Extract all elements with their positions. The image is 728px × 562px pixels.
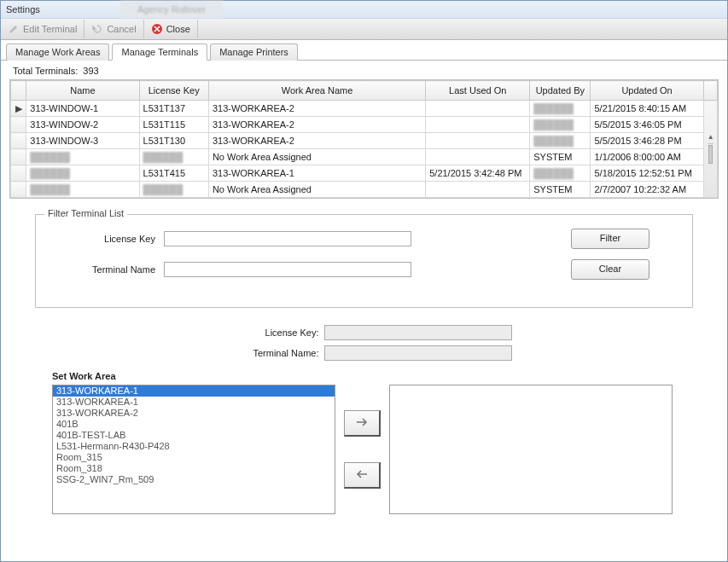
row-indicator	[11, 182, 26, 198]
col-lastused[interactable]: Last Used On	[426, 81, 530, 101]
filter-license-input[interactable]	[164, 231, 411, 246]
cell-name: ██████	[26, 149, 139, 165]
list-item[interactable]: 313-WORKAREA-1	[53, 385, 335, 397]
terminals-grid[interactable]: Name License Key Work Area Name Last Use…	[9, 79, 719, 199]
cell-updatedon: 1/1/2006 8:00:00 AM	[591, 149, 703, 165]
filter-button[interactable]: Filter	[571, 229, 649, 249]
col-license[interactable]: License Key	[139, 81, 208, 101]
cell-license: L531T415	[139, 165, 208, 182]
tab-manage-terminals[interactable]: Manage Terminals	[112, 43, 207, 61]
cell-workarea: 313-WORKAREA-2	[208, 133, 425, 149]
cell-name: 313-WINDOW-2	[26, 117, 139, 133]
close-label: Close	[166, 24, 190, 34]
table-row[interactable]: ████████████No Work Area AssignedSYSTEM2…	[11, 182, 718, 198]
background-tab: Agency Rollover	[120, 1, 223, 18]
grid-header-row: Name License Key Work Area Name Last Use…	[11, 81, 718, 101]
pencil-icon	[8, 23, 20, 35]
set-work-area-label: Set Work Area	[52, 371, 719, 381]
tab-manage-printers[interactable]: Manage Printers	[210, 43, 298, 61]
filter-terminal-input[interactable]	[164, 262, 411, 277]
cancel-label: Cancel	[107, 24, 136, 34]
tab-strip: Manage Work Areas Manage Terminals Manag…	[1, 43, 727, 61]
table-row[interactable]: ██████L531T415313-WORKAREA-15/21/2015 3:…	[11, 165, 718, 182]
list-item[interactable]: Room_315	[53, 452, 335, 463]
cell-updatedby: SYSTEM	[530, 149, 591, 165]
filter-terminal-label: Terminal Name	[53, 264, 155, 275]
row-indicator	[11, 165, 26, 182]
cell-license: ██████	[139, 182, 208, 198]
list-item[interactable]: 313-WORKAREA-2	[53, 408, 335, 419]
cell-workarea: 313-WORKAREA-2	[208, 117, 425, 133]
table-row[interactable]: 313-WINDOW-2L531T115313-WORKAREA-2██████…	[11, 117, 718, 133]
row-indicator	[11, 149, 26, 165]
total-count: 393	[83, 66, 98, 76]
cell-name: 313-WINDOW-3	[26, 133, 139, 149]
col-workarea[interactable]: Work Area Name	[208, 81, 425, 101]
close-button[interactable]: Close	[144, 20, 198, 38]
undo-icon	[91, 23, 103, 35]
detail-terminal-value	[324, 345, 512, 361]
total-terminals-line: Total Terminals: 393	[9, 64, 719, 78]
window-title: Settings	[6, 4, 40, 14]
list-item[interactable]: 401B	[53, 419, 335, 430]
detail-terminal-label: Terminal Name:	[217, 348, 319, 358]
table-row[interactable]: ████████████No Work Area AssignedSYSTEM1…	[11, 149, 718, 165]
col-updatedby[interactable]: Updated By	[530, 81, 591, 101]
cell-workarea: No Work Area Assigned	[208, 149, 425, 165]
list-item[interactable]: 313-WORKAREA-1	[53, 397, 335, 408]
dual-list: 313-WORKAREA-1313-WORKAREA-1313-WORKAREA…	[9, 385, 719, 514]
toolbar: Edit Terminal Cancel Close	[1, 19, 727, 40]
cell-lastused	[426, 149, 530, 165]
tab-manage-work-areas[interactable]: Manage Work Areas	[6, 43, 109, 61]
cell-lastused: 5/21/2015 3:42:48 PM	[426, 165, 530, 182]
cell-lastused	[426, 117, 530, 133]
cell-license: L531T137	[139, 101, 208, 117]
cell-updatedby: ██████	[530, 117, 591, 133]
arrow-left-icon	[355, 469, 369, 481]
clear-button[interactable]: Clear	[571, 259, 649, 280]
cell-updatedon: 2/7/2007 10:22:32 AM	[591, 182, 703, 198]
filter-license-label: License Key	[53, 234, 155, 244]
cell-workarea: 313-WORKAREA-1	[208, 165, 425, 182]
total-prefix: Total Terminals:	[13, 66, 78, 76]
detail-block: License Key: Terminal Name:	[9, 325, 719, 361]
cell-license: L531T115	[139, 117, 208, 133]
window-title-bar: Settings Agency Rollover	[1, 1, 727, 19]
settings-window: Settings Agency Rollover Edit Terminal C…	[0, 0, 728, 562]
col-name[interactable]: Name	[26, 81, 139, 101]
cell-license: ██████	[139, 149, 208, 165]
list-item[interactable]: SSG-2_WIN7_Rm_509	[53, 474, 335, 485]
cell-lastused	[426, 182, 530, 198]
vertical-scrollbar[interactable]: ▲	[703, 101, 717, 198]
close-icon	[151, 23, 163, 35]
cancel-button[interactable]: Cancel	[84, 20, 143, 38]
available-work-areas-list[interactable]: 313-WORKAREA-1313-WORKAREA-1313-WORKAREA…	[52, 385, 335, 514]
table-row[interactable]: 313-WINDOW-3L531T130313-WORKAREA-2██████…	[11, 133, 718, 149]
assign-left-button[interactable]	[344, 462, 381, 489]
list-item[interactable]: L531-Hermann-R430-P428	[53, 441, 335, 452]
table-row[interactable]: ▶313-WINDOW-1L531T137313-WORKAREA-2█████…	[11, 101, 718, 117]
arrow-right-icon	[355, 417, 369, 429]
cell-name: ██████	[26, 165, 139, 182]
arrow-column	[344, 410, 381, 489]
scroll-header	[703, 81, 717, 101]
cell-updatedby: ██████	[530, 133, 591, 149]
assign-right-button[interactable]	[344, 410, 381, 437]
col-updatedon[interactable]: Updated On	[591, 81, 703, 101]
cell-updatedby: ██████	[530, 101, 591, 117]
cell-license: L531T130	[139, 133, 208, 149]
edit-terminal-button[interactable]: Edit Terminal	[1, 20, 84, 38]
list-item[interactable]: Room_318	[53, 463, 335, 474]
cell-name: ██████	[26, 182, 139, 198]
cell-updatedon: 5/21/2015 8:40:15 AM	[591, 101, 703, 117]
filter-legend: Filter Terminal List	[44, 208, 127, 218]
row-indicator	[11, 133, 26, 149]
list-item[interactable]: 401B-TEST-LAB	[53, 430, 335, 441]
edit-terminal-label: Edit Terminal	[23, 24, 77, 34]
cell-updatedon: 5/5/2015 3:46:28 PM	[591, 133, 703, 149]
grid-corner	[11, 81, 26, 101]
assigned-work-areas-list[interactable]	[389, 385, 673, 514]
detail-license-label: License Key:	[217, 327, 319, 338]
row-indicator	[11, 117, 26, 133]
cell-workarea: 313-WORKAREA-2	[208, 101, 425, 117]
